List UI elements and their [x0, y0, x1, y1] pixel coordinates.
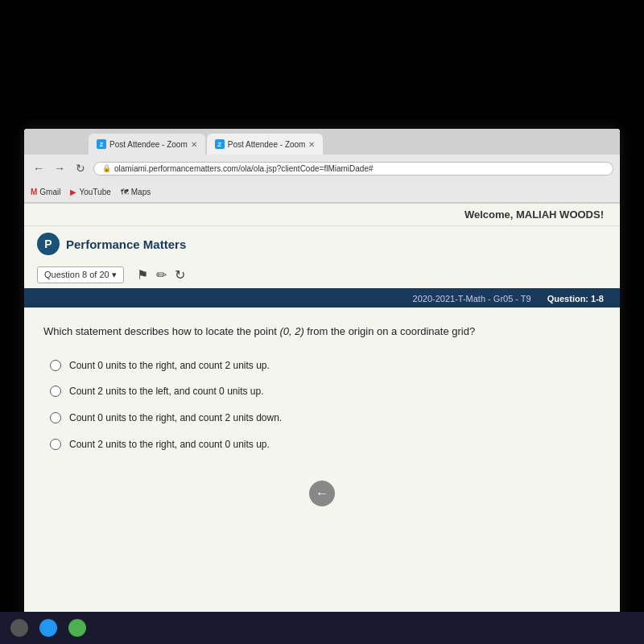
- meta-course: 2020-2021-T-Math - Gr05 - T9: [413, 294, 531, 303]
- app-name: Performance Matters: [66, 237, 186, 251]
- coord-label: (0, 2): [279, 325, 303, 337]
- browser-chrome: Z Post Attendee - Zoom ✕ Z Post Attendee…: [24, 129, 620, 204]
- flag-icon[interactable]: ⚑: [137, 267, 148, 283]
- question-area: Which statement describes how to locate …: [24, 308, 620, 468]
- option-text-c: Count 0 units to the right, and count 2 …: [69, 411, 282, 425]
- tab-2[interactable]: Z Post Attendee - Zoom ✕: [207, 134, 324, 155]
- taskbar-search[interactable]: [8, 617, 31, 639]
- tab-2-label: Post Attendee - Zoom: [228, 140, 306, 149]
- browser-window: Z Post Attendee - Zoom ✕ Z Post Attendee…: [24, 129, 620, 628]
- back-arrow-icon: ←: [316, 486, 328, 501]
- answer-options: Count 0 units to the right, and count 2 …: [43, 359, 601, 452]
- tab-2-icon: Z: [215, 139, 225, 149]
- lock-icon: 🔒: [102, 164, 111, 172]
- bookmark-gmail-label: Gmail: [39, 188, 60, 196]
- address-bar-row: ← → ↻ 🔒 olamiami.performancematters.com/…: [24, 155, 620, 182]
- back-button[interactable]: ←: [31, 160, 47, 176]
- taskbar-search-icon: [10, 619, 28, 637]
- refresh-icon[interactable]: ↻: [175, 267, 185, 283]
- option-text-a: Count 0 units to the right, and count 2 …: [69, 359, 270, 373]
- question-selector-text: Question 8 of 20 ▾: [44, 270, 117, 280]
- option-text-b: Count 2 units to the left, and count 0 u…: [69, 385, 264, 398]
- radio-c[interactable]: [50, 412, 61, 423]
- radio-d[interactable]: [50, 439, 61, 450]
- radio-b[interactable]: [50, 386, 61, 397]
- answer-option-b[interactable]: Count 2 units to the left, and count 0 u…: [50, 385, 601, 398]
- bookmarks-bar: M Gmail ▶ YouTube 🗺 Maps: [24, 182, 620, 203]
- bookmark-maps-label: Maps: [131, 188, 151, 196]
- back-button-nav[interactable]: ←: [309, 481, 335, 506]
- tab-bar: Z Post Attendee - Zoom ✕ Z Post Attendee…: [24, 129, 620, 155]
- taskbar-app-1-icon: [39, 619, 57, 637]
- logo-icon: P: [37, 233, 60, 255]
- question-text: Which statement describes how to locate …: [43, 324, 601, 340]
- answer-option-c[interactable]: Count 0 units to the right, and count 2 …: [50, 411, 601, 425]
- app-logo: P Performance Matters: [37, 233, 186, 255]
- option-text-d: Count 2 units to the right, and count 0 …: [69, 438, 270, 452]
- welcome-text: Welcome, MALIAH WOODS!: [464, 208, 604, 221]
- forward-button[interactable]: →: [52, 160, 68, 176]
- answer-option-d[interactable]: Count 2 units to the right, and count 0 …: [50, 438, 601, 452]
- taskbar: [0, 612, 644, 644]
- taskbar-app-2-icon: [68, 619, 86, 637]
- page-content: Welcome, MALIAH WOODS! P Performance Mat…: [24, 204, 620, 628]
- question-selector[interactable]: Question 8 of 20 ▾: [37, 266, 124, 283]
- meta-question: Question: 1-8: [547, 294, 604, 303]
- pencil-icon[interactable]: ✏: [156, 267, 167, 283]
- taskbar-app-2[interactable]: [66, 617, 89, 639]
- tab-2-close[interactable]: ✕: [308, 140, 315, 149]
- gmail-icon: M: [31, 188, 37, 196]
- bookmark-gmail[interactable]: M Gmail: [31, 188, 60, 196]
- youtube-icon: ▶: [70, 188, 76, 196]
- bookmark-maps[interactable]: 🗺 Maps: [121, 188, 151, 196]
- question-toolbar: Question 8 of 20 ▾ ⚑ ✏ ↻: [24, 262, 620, 290]
- address-text: olamiami.performancematters.com/ola/ola.…: [114, 164, 374, 173]
- nav-bottom: ←: [24, 468, 620, 519]
- tab-1-close[interactable]: ✕: [191, 140, 197, 149]
- bookmark-youtube[interactable]: ▶ YouTube: [70, 188, 110, 196]
- toolbar-icons: ⚑ ✏ ↻: [137, 267, 185, 283]
- maps-icon: 🗺: [121, 188, 129, 196]
- address-input[interactable]: 🔒 olamiami.performancematters.com/ola/ol…: [93, 162, 613, 175]
- question-meta-bar: 2020-2021-T-Math - Gr05 - T9 Question: 1…: [24, 290, 620, 308]
- app-header: P Performance Matters: [24, 226, 620, 262]
- tab-1-label: Post Attendee - Zoom: [109, 140, 188, 149]
- taskbar-app-1[interactable]: [37, 617, 60, 639]
- tab-1[interactable]: Z Post Attendee - Zoom ✕: [89, 134, 205, 155]
- radio-a[interactable]: [50, 360, 61, 371]
- answer-option-a[interactable]: Count 0 units to the right, and count 2 …: [50, 359, 601, 373]
- tab-1-icon: Z: [97, 139, 106, 149]
- reload-button[interactable]: ↻: [72, 160, 89, 176]
- bookmark-youtube-label: YouTube: [79, 188, 110, 196]
- page-header: Welcome, MALIAH WOODS!: [24, 204, 620, 226]
